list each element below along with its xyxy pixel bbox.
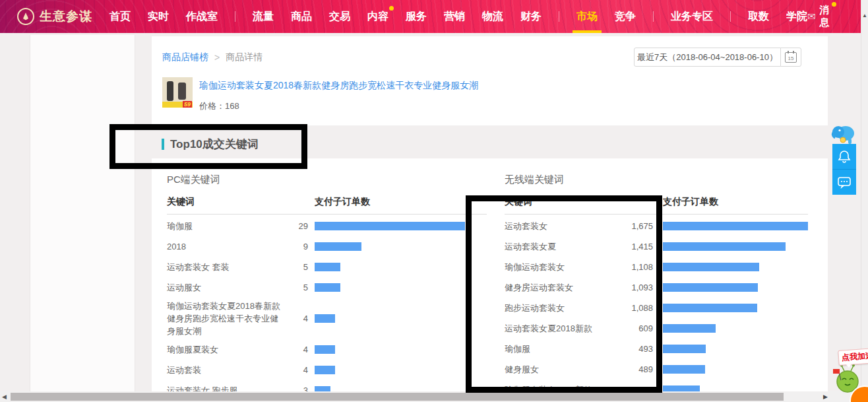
table-row: 运动套装女 跑步服3 [167,380,487,391]
thumbnail-figure [167,81,173,101]
nav-item-取数[interactable]: 取数 [748,0,769,33]
column-header-keyword: 关键词 [505,196,663,208]
nav-divider [653,11,654,22]
order-count-cell: 1,093 [623,283,653,292]
order-count-cell: 1,108 [623,262,653,272]
keyword-cell: 2018 [167,238,286,255]
order-count-cell: 424 [623,385,653,391]
table-row: 健身服女489 [505,359,808,380]
nav-divider [235,11,235,22]
vertical-scrollbar[interactable]: ▲ [861,0,868,402]
keyword-cell: 运动套装女夏2018新款 [505,320,623,337]
scroll-up-arrow-icon[interactable]: ▲ [862,13,867,18]
nav-item-label: 流量 [253,10,274,24]
nav-divider [730,11,731,22]
elephant-mascot[interactable] [830,121,856,148]
nav-item-作战室[interactable]: 作战室 [186,0,218,33]
feedback-chat-button[interactable] [832,170,856,195]
nav-item-流量[interactable]: 流量 [253,0,274,33]
order-count-bar [315,366,335,374]
nav-item-交易[interactable]: 交易 [329,0,350,33]
panel-title: 无线端关键词 [505,174,808,185]
section-marker-icon [162,139,164,150]
scroll-right-arrow-icon[interactable]: ▶ [823,393,828,400]
brand-name: 生意参谋 [40,8,92,25]
table-row: 健身房运动套装女1,093 [505,277,808,298]
nav-item-物流[interactable]: 物流 [482,0,503,33]
horizontal-scrollbar[interactable]: ◀ ▶ [0,391,861,402]
scroll-left-arrow-icon[interactable]: ◀ [2,393,7,400]
breadcrumb-separator: > [214,52,220,63]
nav-item-label: 市场 [576,10,598,24]
product-thumbnail[interactable]: 59 [162,77,193,108]
product-title-link[interactable]: 瑜伽运动套装女夏2018春新款健身房跑步宽松速干衣专业健身服女潮 [199,80,478,92]
column-header-keyword: 关键词 [167,196,315,208]
product-price: 价格：168 [199,100,239,112]
order-count-bar [663,304,757,312]
messages-button[interactable]: ✉ 消息 [807,4,830,29]
nav-item-业务专区[interactable]: 业务专区 [671,0,713,33]
section-title: Top10成交关键词 [170,137,259,152]
order-count-bar [315,222,465,230]
table-row: 瑜伽服493 [505,339,808,359]
nav-item-label: 内容 [367,10,388,24]
table-row: 瑜伽运动套装女夏2018春新款健身房跑步宽松速干衣专业健身服女潮4 [167,298,487,339]
keyword-cell: 运动套装女 跑步服 [167,382,286,391]
compass-logo-icon [17,8,34,25]
brand-logo[interactable]: 生意参谋 [17,8,92,25]
envelope-icon: ✉ [807,11,816,22]
order-count-cell: 609 [623,323,653,333]
order-count-cell: 4 [286,365,308,375]
nav-item-实时[interactable]: 实时 [148,0,169,33]
nav-item-商品[interactable]: 商品 [291,0,312,33]
table-row: 跑步运动套装女1,088 [505,298,808,318]
nav-item-市场[interactable]: 市场 [576,0,598,33]
breadcrumb-link[interactable]: 商品店铺榜 [162,51,208,63]
notification-dot [832,2,836,7]
horizontal-scrollbar-thumb[interactable] [11,393,784,401]
top-nav: 生意参谋 首页实时作战室流量商品交易内容服务营销物流财务市场竞争业务专区取数学院… [0,0,861,33]
keyword-cell: 瑜伽服 [505,341,623,357]
nav-item-首页[interactable]: 首页 [109,0,131,33]
table-header: 关键词 支付子订单数 [167,196,487,215]
nav-item-label: 实时 [148,10,169,24]
keyword-cell: 运动套装 [167,362,286,378]
keyword-cell: 健身房运动套装女 [505,279,623,296]
order-count-bar [663,365,705,374]
nav-item-label: 竞争 [615,10,636,24]
nav-item-label: 学院 [786,10,807,24]
order-count-cell: 5 [286,262,308,272]
date-range-selector[interactable]: 最近7天（2018-06-04~2018-06-10） [634,48,781,67]
nav-item-学院[interactable]: 学院 [786,0,807,33]
nav-item-财务[interactable]: 财务 [520,0,542,33]
section-header: Top10成交关键词 [162,137,259,152]
table-body: 瑜伽服2920189运动套装女 套装5运动服女5瑜伽运动套装女夏2018春新款健… [167,215,487,391]
nav-item-label: 物流 [482,10,503,24]
chat-bubble-icon [837,176,852,189]
nav-item-label: 首页 [109,10,131,24]
panel-title: PC端关键词 [167,174,487,185]
nav-item-label: 商品 [291,10,312,24]
screen: 生意参谋 首页实时作战室流量商品交易内容服务营销物流财务市场竞争业务专区取数学院… [0,0,868,402]
price-tag-badge: 59 [183,101,192,108]
nav-item-label: 业务专区 [671,10,713,24]
order-count-cell: 4 [286,345,308,354]
nav-item-服务[interactable]: 服务 [406,0,427,33]
order-count-cell: 1,675 [623,221,653,231]
nav-item-内容[interactable]: 内容 [367,0,388,33]
speed-up-promo-bubble[interactable]: 点我加速 [838,348,868,366]
nav-item-label: 营销 [444,10,465,24]
elephant-mascot-icon [830,121,856,145]
order-count-cell: 489 [623,364,653,374]
nav-item-label: 交易 [329,10,350,24]
keyword-cell: 瑜伽服夏装女 [167,341,286,358]
table-row: 瑜伽服29 [167,216,487,236]
column-header-orders: 支付子订单数 [663,196,718,208]
nav-item-竞争[interactable]: 竞争 [615,0,636,33]
nav-divider [559,11,559,22]
keyword-cell: 瑜伽运动套装女夏2018春新款健身房跑步宽松速干衣专业健身服女潮 [167,298,286,339]
calendar-button[interactable]: 15 [780,48,801,67]
nav-item-营销[interactable]: 营销 [444,0,465,33]
order-count-bar [315,314,335,323]
keyword-cell: 瑜伽运动套装女 [505,259,623,275]
